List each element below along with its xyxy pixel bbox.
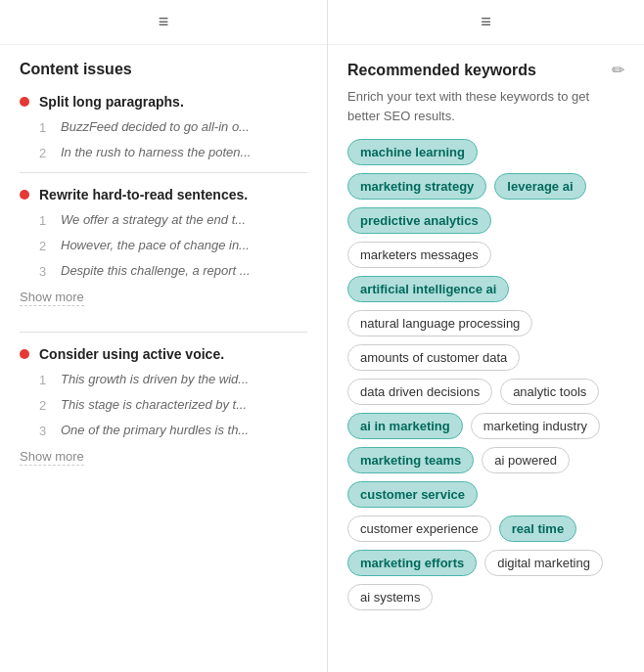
item-number: 1 [39, 372, 51, 387]
issue-items-1: 1BuzzFeed decided to go all-in o...2In t… [20, 119, 307, 160]
keyword-tag[interactable]: ai powered [482, 447, 570, 473]
keyword-tag[interactable]: ai in marketing [347, 413, 463, 439]
item-number: 2 [39, 145, 51, 160]
keyword-tag[interactable]: customer service [347, 481, 478, 508]
item-text: We offer a strategy at the end t... [61, 212, 246, 227]
keyword-tag[interactable]: natural language processing [347, 310, 532, 336]
issue-title-1: Split long paragraphs. [39, 94, 184, 110]
item-text: In the rush to harness the poten... [61, 145, 251, 159]
red-dot-icon [20, 190, 29, 200]
keyword-tag[interactable]: marketing strategy [347, 173, 486, 200]
red-dot-icon [20, 97, 29, 107]
right-panel: ≡ Recommended keywords ✏ Enrich your tex… [328, 0, 644, 672]
keyword-tag[interactable]: ai systems [347, 584, 433, 610]
item-text: This stage is characterized by t... [61, 397, 247, 412]
show-more-button-2[interactable]: Show more [20, 290, 84, 306]
keyword-tag[interactable]: marketing teams [347, 447, 474, 473]
list-item: 1This growth is driven by the wid... [39, 372, 307, 387]
keywords-container: machine learningmarketing strategylevera… [347, 139, 624, 610]
divider [20, 172, 307, 173]
item-number: 2 [39, 238, 51, 253]
item-number: 3 [39, 263, 51, 279]
right-content: Recommended keywords ✏ Enrich your text … [328, 45, 644, 672]
keyword-tag[interactable]: artificial intelligence ai [347, 276, 509, 302]
keyword-tag[interactable]: leverage ai [494, 173, 585, 200]
issue-group-2: Rewrite hard-to-read sentences.1We offer… [20, 172, 307, 320]
right-header: ≡ [328, 0, 644, 45]
keywords-subtitle: Enrich your text with these keywords to … [347, 87, 624, 125]
edit-icon[interactable]: ✏ [612, 61, 624, 79]
list-item: 2In the rush to harness the poten... [39, 145, 307, 160]
list-item: 1We offer a strategy at the end t... [39, 212, 307, 228]
list-item: 2However, the pace of change in... [39, 238, 307, 253]
item-number: 1 [39, 212, 51, 228]
issue-items-3: 1This growth is driven by the wid...2Thi… [20, 372, 307, 438]
issue-items-2: 1We offer a strategy at the end t...2How… [20, 212, 307, 279]
item-number: 2 [39, 397, 51, 413]
list-item: 2This stage is characterized by t... [39, 397, 307, 413]
issue-header-1: Split long paragraphs. [20, 94, 307, 110]
item-number: 1 [39, 119, 51, 135]
issue-group-3: Consider using active voice.1This growth… [20, 332, 307, 479]
list-item: 3One of the primary hurdles is th... [39, 423, 307, 438]
keyword-tag[interactable]: data driven decisions [347, 379, 492, 405]
divider [20, 332, 307, 333]
keyword-tag[interactable]: real time [499, 515, 576, 542]
show-more-button-3[interactable]: Show more [20, 449, 84, 466]
list-item: 3Despite this challenge, a report ... [39, 263, 307, 279]
item-text: However, the pace of change in... [61, 238, 250, 252]
content-issues-title: Content issues [20, 61, 307, 78]
keyword-tag[interactable]: machine learning [347, 139, 478, 165]
left-content: Content issues Split long paragraphs.1Bu… [0, 45, 327, 672]
left-panel: ≡ Content issues Split long paragraphs.1… [0, 0, 328, 672]
item-text: Despite this challenge, a report ... [61, 263, 251, 278]
hamburger-icon-left[interactable]: ≡ [159, 12, 169, 32]
keyword-tag[interactable]: predictive analytics [347, 207, 491, 234]
keyword-tag[interactable]: customer experience [347, 515, 491, 542]
item-text: BuzzFeed decided to go all-in o... [61, 119, 250, 134]
item-text: This growth is driven by the wid... [61, 372, 249, 386]
issue-header-3: Consider using active voice. [20, 346, 307, 362]
recommended-keywords-title: Recommended keywords [347, 62, 536, 79]
keyword-tag[interactable]: marketers messages [347, 242, 491, 268]
keyword-tag[interactable]: marketing efforts [347, 550, 477, 576]
keyword-tag[interactable]: marketing industry [471, 413, 600, 439]
item-text: One of the primary hurdles is th... [61, 423, 249, 437]
issues-container: Split long paragraphs.1BuzzFeed decided … [20, 94, 307, 479]
left-header: ≡ [0, 0, 327, 45]
issue-header-2: Rewrite hard-to-read sentences. [20, 187, 307, 202]
keyword-tag[interactable]: digital marketing [484, 550, 603, 576]
red-dot-icon [20, 349, 29, 359]
issue-group-1: Split long paragraphs.1BuzzFeed decided … [20, 94, 307, 160]
item-number: 3 [39, 423, 51, 438]
list-item: 1BuzzFeed decided to go all-in o... [39, 119, 307, 135]
issue-title-3: Consider using active voice. [39, 346, 224, 362]
hamburger-icon-right[interactable]: ≡ [481, 12, 491, 32]
keyword-tag[interactable]: analytic tools [500, 379, 599, 405]
right-section-header: Recommended keywords ✏ [347, 61, 624, 79]
keyword-tag[interactable]: amounts of customer data [347, 344, 520, 371]
issue-title-2: Rewrite hard-to-read sentences. [39, 187, 248, 202]
